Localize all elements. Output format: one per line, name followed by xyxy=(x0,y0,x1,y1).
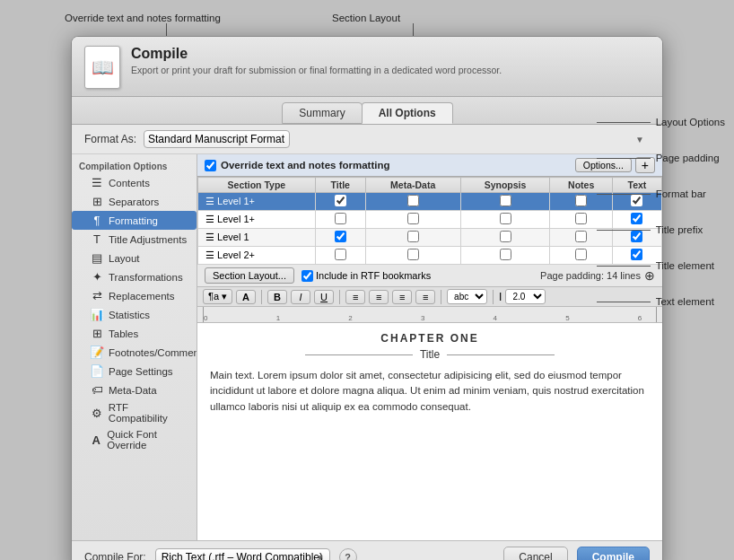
table-row: ☰ Level 1 xyxy=(198,229,662,247)
row2-synopsis-checkbox[interactable] xyxy=(500,213,511,224)
row1-notes[interactable] xyxy=(550,193,613,211)
body-text[interactable]: Main text. Lorem ipsum dolor sit amet, c… xyxy=(210,368,650,415)
row4-title[interactable] xyxy=(315,247,365,265)
callout-page-padding-text: Page padding xyxy=(656,153,720,163)
row3-icon: ☰ xyxy=(205,232,214,242)
window-subtitle: Export or print your draft for submissio… xyxy=(131,64,502,77)
ruler-tick-4: 4 xyxy=(494,314,497,322)
text-editor[interactable]: CHAPTER ONE Title Main text. Lorem ipsum… xyxy=(197,323,662,540)
sidebar-item-page-settings[interactable]: 📄 Page Settings xyxy=(72,362,197,381)
row4-synopsis[interactable] xyxy=(460,247,550,265)
sidebar-item-label-transformations: Transformations xyxy=(109,272,183,283)
row1-notes-checkbox[interactable] xyxy=(575,195,587,206)
sidebar-item-tables[interactable]: ⊞ Tables xyxy=(72,324,197,343)
tab-all-options[interactable]: All Options xyxy=(362,102,453,124)
compile-button[interactable]: Compile xyxy=(577,547,650,560)
transformations-icon: ✦ xyxy=(90,270,104,284)
format-as-row: Format As: Standard Manuscript Format ▼ xyxy=(72,125,662,154)
row1-title-checkbox[interactable] xyxy=(335,195,346,206)
row2-text-checkbox[interactable] xyxy=(631,213,642,224)
page-settings-icon: 📄 xyxy=(90,364,104,378)
options-button[interactable]: Options... xyxy=(575,158,632,172)
row3-text[interactable] xyxy=(612,229,661,247)
row1-text-checkbox[interactable] xyxy=(631,195,642,206)
row1-text[interactable] xyxy=(612,193,661,211)
row1-synopsis-checkbox[interactable] xyxy=(500,195,511,206)
row2-notes-checkbox[interactable] xyxy=(575,213,587,224)
line-spacing-icon: I xyxy=(499,291,502,303)
sidebar-item-label-contents: Contents xyxy=(109,178,150,188)
row4-meta[interactable] xyxy=(365,247,460,265)
row4-title-checkbox[interactable] xyxy=(335,249,346,260)
row3-notes-checkbox[interactable] xyxy=(575,231,587,242)
sidebar-item-layout[interactable]: ▤ Layout xyxy=(72,249,197,267)
sidebar-item-replacements[interactable]: ⇄ Replacements xyxy=(72,286,197,305)
align-left-btn[interactable]: ≡ xyxy=(345,290,365,304)
row4-notes[interactable] xyxy=(550,247,613,265)
sidebar-item-rtf-compatibility[interactable]: ⚙ RTF Compatibility xyxy=(72,399,197,426)
italic-btn[interactable]: I xyxy=(291,290,310,304)
tab-summary[interactable]: Summary xyxy=(282,102,362,124)
row3-meta-checkbox[interactable] xyxy=(407,231,419,242)
callout-override-text: Override text and notes formatting xyxy=(65,13,221,23)
bold-btn[interactable]: B xyxy=(267,290,287,304)
row3-meta[interactable] xyxy=(365,229,460,247)
sidebar-item-quick-font-override[interactable]: A Quick Font Override xyxy=(72,426,197,453)
rtf-icon: ⚙ xyxy=(90,407,104,420)
align-right-btn[interactable]: ≡ xyxy=(392,290,412,304)
row4-meta-checkbox[interactable] xyxy=(407,249,419,260)
sidebar-item-footnotes-comments[interactable]: 📝 Footnotes/Comments xyxy=(72,343,197,362)
row3-title[interactable] xyxy=(315,229,365,247)
sidebar-item-transformations[interactable]: ✦ Transformations xyxy=(72,267,197,286)
cancel-button[interactable]: Cancel xyxy=(503,547,567,560)
row3-synopsis-checkbox[interactable] xyxy=(500,231,511,242)
sidebar-item-statistics[interactable]: 📊 Statistics xyxy=(72,305,197,324)
compile-for-select[interactable]: Rich Text (.rtf – Word Compatible) xyxy=(155,548,330,560)
row3-title-checkbox[interactable] xyxy=(335,231,346,242)
format-as-label: Format As: xyxy=(84,133,136,145)
line-spacing-select[interactable]: 2.0 1.0 1.5 xyxy=(505,289,546,304)
row4-notes-checkbox[interactable] xyxy=(575,249,587,260)
row2-text[interactable] xyxy=(612,211,661,229)
row1-meta[interactable] xyxy=(365,193,460,211)
row2-title-checkbox[interactable] xyxy=(335,213,346,224)
override-checkbox[interactable] xyxy=(205,160,216,171)
row1-title[interactable] xyxy=(315,193,365,211)
row1-meta-checkbox[interactable] xyxy=(407,195,419,206)
row2-notes[interactable] xyxy=(550,211,613,229)
row3-synopsis[interactable] xyxy=(460,229,550,247)
row2-meta-checkbox[interactable] xyxy=(407,213,419,224)
row3-section-type: ☰ Level 1 xyxy=(198,229,316,247)
text-color-select[interactable]: abc xyxy=(447,289,487,304)
row1-synopsis[interactable] xyxy=(460,193,550,211)
row2-meta[interactable] xyxy=(365,211,460,229)
col-header-text: Text xyxy=(612,178,661,193)
sidebar-item-separators[interactable]: ⊞ Separators xyxy=(72,192,197,211)
sidebar-item-label-meta-data: Meta-Data xyxy=(109,385,157,396)
align-justify-btn[interactable]: ≡ xyxy=(415,290,435,304)
row4-text[interactable] xyxy=(612,247,661,265)
sidebar-item-title-adjustments[interactable]: T Title Adjustments xyxy=(72,230,197,249)
help-button[interactable]: ? xyxy=(339,548,357,560)
row3-notes[interactable] xyxy=(550,229,613,247)
toolbar-divider-1 xyxy=(261,290,262,304)
font-btn[interactable]: A xyxy=(236,290,256,304)
row4-synopsis-checkbox[interactable] xyxy=(500,249,511,260)
padding-stepper[interactable]: ⊕ xyxy=(644,268,655,283)
section-layout-button[interactable]: Section Layout... xyxy=(205,267,294,284)
sidebar-item-contents[interactable]: ☰ Contents xyxy=(72,173,197,192)
sidebar-item-meta-data[interactable]: 🏷 Meta-Data xyxy=(72,381,197,399)
row3-text-checkbox[interactable] xyxy=(631,231,642,242)
align-center-btn[interactable]: ≡ xyxy=(369,290,389,304)
row2-synopsis[interactable] xyxy=(460,211,550,229)
format-as-select[interactable]: Standard Manuscript Format xyxy=(144,130,290,148)
rtf-bookmark-checkbox[interactable] xyxy=(301,270,313,282)
paragraph-style-btn[interactable]: ¶a ▾ xyxy=(203,289,232,304)
format-toolbar: ¶a ▾ A B I U ≡ ≡ ≡ ≡ abc I xyxy=(197,287,662,307)
rtf-bookmark-label: Include in RTF bookmarks xyxy=(316,270,431,281)
add-section-button[interactable]: + xyxy=(635,157,655,173)
row2-title[interactable] xyxy=(315,211,365,229)
sidebar-item-formatting[interactable]: ¶ Formatting xyxy=(72,211,197,230)
row4-text-checkbox[interactable] xyxy=(631,249,642,260)
underline-btn[interactable]: U xyxy=(314,290,334,304)
